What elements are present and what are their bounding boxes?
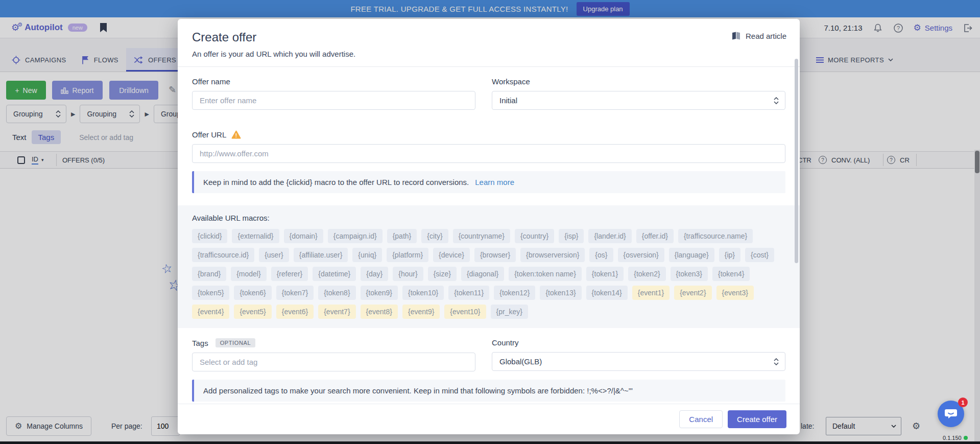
tags-note: Add personalized tags to make your searc… xyxy=(192,380,785,402)
macro-chip[interactable]: {cost} xyxy=(745,248,774,262)
macro-chip[interactable]: {model} xyxy=(231,267,266,281)
macro-chip[interactable]: {token:token name} xyxy=(509,267,582,281)
macro-chip[interactable]: {token1} xyxy=(586,267,624,281)
offer-url-label: Offer URL xyxy=(192,130,226,139)
macro-chip[interactable]: {event4} xyxy=(192,305,229,319)
create-offer-button[interactable]: Create offer xyxy=(728,410,786,428)
modal-header: Create offer An offer is your ad URL whi… xyxy=(178,19,800,67)
cancel-button[interactable]: Cancel xyxy=(679,410,723,428)
macro-chip[interactable]: {diagonal} xyxy=(461,267,504,281)
book-icon xyxy=(731,31,741,40)
macro-chip[interactable]: {browserversion} xyxy=(520,248,585,262)
macro-chip[interactable]: {event1} xyxy=(632,286,670,300)
macro-chip[interactable]: {event8} xyxy=(361,305,398,319)
offer-url-input[interactable] xyxy=(192,144,785,163)
tags-label: Tags xyxy=(192,339,208,347)
svg-text:!: ! xyxy=(235,133,237,138)
macro-chip[interactable]: {size} xyxy=(428,267,457,281)
macro-chip[interactable]: {affiliate.user} xyxy=(294,248,348,262)
tags-label-row: Tags OPTIONAL xyxy=(192,338,475,347)
modal-body: Offer name Workspace Initial Offer URL xyxy=(178,67,800,434)
macro-chip[interactable]: {country} xyxy=(515,229,554,243)
warning-icon: ! xyxy=(231,130,241,139)
chevrons-updown-icon xyxy=(774,358,779,365)
macro-chip[interactable]: {brand} xyxy=(192,267,226,281)
offer-name-label: Offer name xyxy=(192,77,475,86)
macro-chip[interactable]: {datetime} xyxy=(313,267,356,281)
macros-section: Available URL macros: {clickid}{external… xyxy=(178,205,800,328)
macro-chip[interactable]: {event5} xyxy=(234,305,271,319)
macro-chip[interactable]: {referer} xyxy=(271,267,308,281)
country-select[interactable]: Global(GLB) xyxy=(492,352,785,371)
chevrons-updown-icon xyxy=(774,97,779,104)
macro-chip[interactable]: {token4} xyxy=(712,267,750,281)
macro-chip[interactable]: {externalid} xyxy=(232,229,279,243)
macro-chip[interactable]: {token10} xyxy=(402,286,444,300)
macros-title: Available URL macros: xyxy=(192,214,785,222)
read-article-label: Read article xyxy=(746,32,786,40)
macro-chip[interactable]: {trafficsource.id} xyxy=(192,248,254,262)
macro-chip[interactable]: {token12} xyxy=(494,286,535,300)
macro-chip[interactable]: {user} xyxy=(259,248,289,262)
country-select-value: Global(GLB) xyxy=(499,357,542,366)
macro-chip[interactable]: {platform} xyxy=(387,248,428,262)
offer-url-label-row: Offer URL ! xyxy=(192,130,785,139)
macro-chip[interactable]: {hour} xyxy=(393,267,423,281)
version-text: 0.1.150 xyxy=(943,435,962,441)
macro-chip[interactable]: {token5} xyxy=(192,286,229,300)
modal-footer: Cancel Create offer xyxy=(178,404,800,434)
country-label: Country xyxy=(492,338,785,347)
macro-chip[interactable]: {ip} xyxy=(719,248,740,262)
workspace-select[interactable]: Initial xyxy=(492,91,785,110)
macro-chip[interactable]: {offer.id} xyxy=(636,229,674,243)
macro-chip[interactable]: {lander.id} xyxy=(588,229,631,243)
macro-chip[interactable]: {browser} xyxy=(474,248,516,262)
macro-chip[interactable]: {os} xyxy=(589,248,613,262)
macro-chip[interactable]: {token2} xyxy=(628,267,665,281)
macro-chip[interactable]: {token7} xyxy=(276,286,314,300)
macro-chip[interactable]: {campaign.id} xyxy=(328,229,383,243)
macro-chip[interactable]: {token14} xyxy=(586,286,628,300)
modal-subtitle: An offer is your ad URL which you will a… xyxy=(192,50,785,58)
modal-scrollbar[interactable] xyxy=(795,59,798,263)
macro-chip[interactable]: {domain} xyxy=(284,229,323,243)
macro-chip[interactable]: {event10} xyxy=(444,305,486,319)
workspace-label: Workspace xyxy=(492,77,785,86)
optional-badge: OPTIONAL xyxy=(216,338,255,347)
create-offer-modal: Create offer An offer is your ad URL whi… xyxy=(178,19,800,434)
chat-bubble-icon xyxy=(944,408,958,420)
workspace-select-value: Initial xyxy=(499,96,517,105)
macro-chip[interactable]: {event9} xyxy=(402,305,440,319)
macro-chip[interactable]: {osversion} xyxy=(618,248,664,262)
read-article-link[interactable]: Read article xyxy=(731,31,786,40)
macro-chip[interactable]: {clickid} xyxy=(192,229,227,243)
macro-list: {clickid}{externalid}{domain}{campaign.i… xyxy=(192,229,785,319)
learn-more-link[interactable]: Learn more xyxy=(475,178,514,186)
modal-title: Create offer xyxy=(192,30,785,44)
macro-chip[interactable]: {language} xyxy=(669,248,714,262)
macro-chip[interactable]: {token8} xyxy=(318,286,355,300)
macro-chip[interactable]: {path} xyxy=(387,229,417,243)
clickid-note: Keep in mind to add the {clickid} macro … xyxy=(192,171,785,193)
macro-chip[interactable]: {event7} xyxy=(318,305,355,319)
clickid-note-text: Keep in mind to add the {clickid} macro … xyxy=(203,178,469,186)
macro-chip[interactable]: {countryname} xyxy=(453,229,510,243)
macro-chip[interactable]: {token13} xyxy=(540,286,581,300)
macro-chip[interactable]: {event6} xyxy=(276,305,314,319)
macro-chip[interactable]: {trafficsource.name} xyxy=(678,229,753,243)
tags-input[interactable] xyxy=(192,353,475,371)
macro-chip[interactable]: {pr_key} xyxy=(491,305,528,319)
offer-name-input[interactable] xyxy=(192,91,475,110)
macro-chip[interactable]: {day} xyxy=(361,267,388,281)
macro-chip[interactable]: {event2} xyxy=(674,286,711,300)
macro-chip[interactable]: {token9} xyxy=(361,286,398,300)
version-indicator: 0.1.150 xyxy=(943,435,968,441)
macro-chip[interactable]: {city} xyxy=(421,229,448,243)
macro-chip[interactable]: {uniq} xyxy=(352,248,382,262)
macro-chip[interactable]: {token3} xyxy=(671,267,708,281)
macro-chip[interactable]: {isp} xyxy=(559,229,584,243)
macro-chip[interactable]: {token11} xyxy=(448,286,489,300)
macro-chip[interactable]: {event3} xyxy=(716,286,754,300)
macro-chip[interactable]: {token6} xyxy=(234,286,271,300)
macro-chip[interactable]: {device} xyxy=(433,248,470,262)
